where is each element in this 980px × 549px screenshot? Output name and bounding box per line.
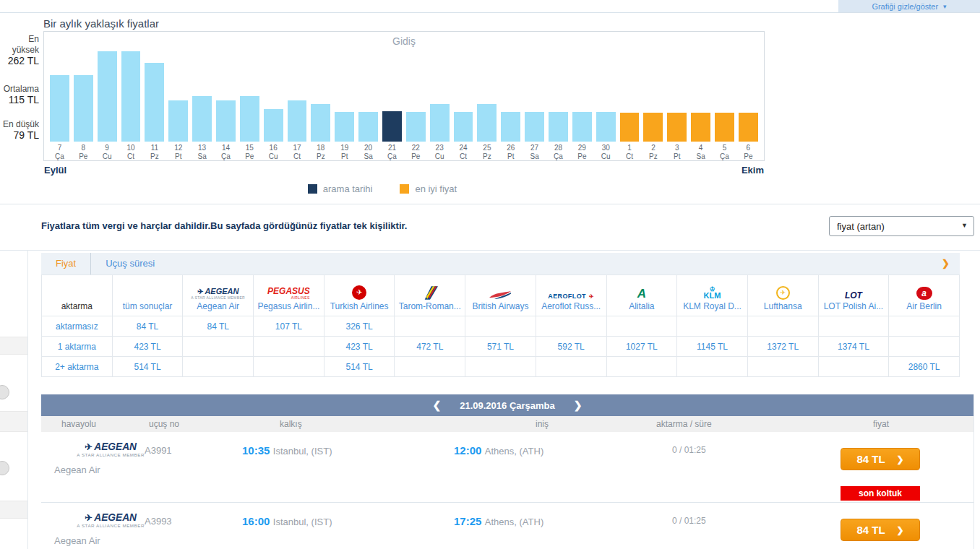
matrix-col-lot[interactable]: LOTLOT Polish Ai...	[818, 275, 889, 316]
matrix-price-cell[interactable]: 571 TL	[465, 337, 536, 357]
chart-bar-slot[interactable]: 15Pe	[240, 32, 259, 160]
matrix-col-lufthansa[interactable]: ✈Lufthansa	[747, 275, 818, 316]
matrix-price-cell[interactable]: 1372 TL	[747, 337, 818, 357]
chart-bar-slot[interactable]: 17Ct	[288, 32, 307, 160]
matrix-price-cell[interactable]: 1027 TL	[606, 337, 677, 357]
matrix-col-pegasus[interactable]: PEGASUSAIRLINESPegasus Airlin...	[254, 275, 324, 316]
matrix-col-all-results[interactable]: tüm sonuçlar	[112, 275, 183, 316]
matrix-price-cell[interactable]: 592 TL	[536, 337, 606, 357]
chart-bar-slot[interactable]: 23Cu	[430, 32, 450, 160]
chart-bar-slot[interactable]: 26Pt	[501, 32, 520, 160]
filter-radio[interactable]	[0, 461, 9, 475]
price-bar-14-Ça[interactable]	[216, 100, 236, 142]
filter-radio[interactable]	[0, 385, 9, 399]
price-button[interactable]: 84 TL❯	[841, 448, 920, 470]
chart-bar-slot[interactable]: 2Pz	[643, 32, 663, 160]
price-bar-3-Pt[interactable]	[667, 113, 687, 142]
price-bar-7-Ça[interactable]	[50, 75, 69, 142]
matrix-col-ba[interactable]: British Airways	[465, 275, 536, 316]
price-bar-8-Pe[interactable]	[74, 75, 93, 142]
matrix-price-cell[interactable]: 84 TL	[112, 316, 183, 337]
matrix-price-cell[interactable]: 472 TL	[395, 337, 465, 357]
price-bar-18-Pz[interactable]	[311, 104, 330, 142]
price-bar-24-Ct[interactable]	[454, 112, 473, 142]
matrix-price-cell[interactable]: 1374 TL	[818, 337, 889, 357]
chart-bar-slot[interactable]: 11Pz	[145, 32, 164, 160]
price-bar-27-Sa[interactable]	[525, 112, 544, 142]
matrix-col-airberlin[interactable]: aAir Berlin	[889, 275, 960, 316]
matrix-col-alitalia[interactable]: AAlitalia	[606, 275, 677, 316]
flight-row[interactable]: ✈AEGEANA STAR ALLIANCE MEMBERAegean AirA…	[41, 503, 973, 549]
matrix-col-aegean[interactable]: ✈AEGEANA STAR ALLIANCE MEMBERAegean Air	[183, 275, 254, 316]
matrix-price-cell[interactable]: 326 TL	[324, 316, 395, 337]
chart-bar-slot[interactable]: 22Pe	[406, 32, 426, 160]
price-bar-26-Pt[interactable]	[501, 112, 520, 142]
price-bar-25-Pz[interactable]	[477, 104, 497, 142]
price-bar-5-Ça[interactable]	[715, 113, 734, 142]
matrix-price-cell[interactable]: 1145 TL	[677, 337, 748, 357]
chart-bar-slot[interactable]: 29Pe	[572, 32, 592, 160]
price-bar-10-Ct[interactable]	[121, 51, 141, 142]
matrix-price-cell[interactable]: 107 TL	[254, 316, 324, 337]
chart-bar-slot[interactable]: 6Pe	[739, 32, 758, 160]
matrix-col-turkish[interactable]: ✈Turkish Airlines	[324, 275, 395, 316]
price-bar-9-Cu[interactable]	[98, 51, 117, 142]
chart-bar-slot[interactable]: 16Cu	[264, 32, 283, 160]
price-bar-28-Ça[interactable]	[549, 112, 568, 142]
price-bar-1-Ct[interactable]	[620, 113, 640, 142]
chart-bar-slot[interactable]: 30Cu	[596, 32, 616, 160]
chart-bar-slot[interactable]: 12Pt	[168, 32, 188, 160]
price-bar-6-Pe[interactable]	[739, 113, 758, 142]
price-bar-22-Pe[interactable]	[406, 112, 426, 142]
price-bar-16-Cu[interactable]	[264, 109, 283, 142]
matrix-scroll-right-icon[interactable]: ❯	[942, 253, 950, 274]
chart-bar-slot[interactable]: 20Sa	[358, 32, 378, 160]
price-bar-12-Pt[interactable]	[168, 100, 188, 142]
flight-row[interactable]: ✈AEGEANA STAR ALLIANCE MEMBERAegean AirA…	[41, 432, 973, 503]
chart-bar-slot[interactable]: 21Ça	[382, 32, 402, 160]
price-bar-23-Cu[interactable]	[430, 104, 450, 142]
chart-bar-slot[interactable]: 10Ct	[121, 32, 141, 160]
next-day-button[interactable]: ❯	[574, 399, 583, 411]
matrix-price-cell[interactable]: 514 TL	[324, 357, 395, 377]
matrix-price-cell[interactable]: 423 TL	[324, 337, 395, 357]
chart-bar-slot[interactable]: 25Pz	[477, 32, 497, 160]
chart-bar-slot[interactable]: 19Pt	[335, 32, 354, 160]
tab-fiyat[interactable]: Fiyat	[41, 253, 90, 274]
matrix-price-cell[interactable]: 84 TL	[183, 316, 254, 337]
chart-bar-slot[interactable]: 4Sa	[691, 32, 710, 160]
chart-bar-slot[interactable]: 14Ça	[216, 32, 236, 160]
price-bar-4-Sa[interactable]	[691, 113, 710, 142]
matrix-price-cell[interactable]: 423 TL	[112, 337, 183, 357]
price-bar-15-Pe[interactable]	[240, 96, 259, 142]
price-bar-11-Pz[interactable]	[145, 63, 164, 142]
chart-bar-slot[interactable]: 7Ça	[50, 32, 69, 160]
tab-ucus-suresi[interactable]: Uçuş süresi	[90, 253, 169, 274]
chart-bar-slot[interactable]: 3Pt	[667, 32, 687, 160]
price-bar-19-Pt[interactable]	[335, 112, 354, 142]
matrix-price-cell[interactable]: 514 TL	[112, 357, 183, 377]
price-bar-21-Ça[interactable]	[382, 111, 402, 142]
matrix-col-tarom[interactable]: Tarom-Roman...	[395, 275, 465, 316]
prev-day-button[interactable]: ❮	[432, 399, 441, 411]
price-bar-29-Pe[interactable]	[572, 112, 592, 142]
price-button[interactable]: 84 TL❯	[841, 519, 920, 541]
price-bar-2-Pz[interactable]	[643, 113, 663, 142]
matrix-price-cell[interactable]: 2860 TL	[889, 357, 960, 377]
matrix-col-klm[interactable]: ♔KLMKLM Royal D...	[677, 275, 748, 316]
matrix-col-aeroflot[interactable]: AEROFLOT✈Aeroflot Russ...	[536, 275, 606, 316]
chart-bar-slot[interactable]: 24Ct	[454, 32, 473, 160]
chart-bar-slot[interactable]: 1Ct	[620, 32, 640, 160]
graph-toggle-link[interactable]: Grafiği gizle/göster ▾	[838, 0, 980, 12]
chart-bar-slot[interactable]: 9Cu	[98, 32, 117, 160]
chart-bar-slot[interactable]: 18Pz	[311, 32, 330, 160]
chart-bar-slot[interactable]: 27Sa	[525, 32, 544, 160]
chart-bar-slot[interactable]: 5Ça	[715, 32, 734, 160]
price-bar-17-Ct[interactable]	[288, 100, 307, 142]
chart-bar-slot[interactable]: 28Ça	[549, 32, 568, 160]
sort-select[interactable]: fiyat (artan)	[829, 216, 974, 236]
price-bar-30-Cu[interactable]	[596, 112, 616, 142]
chart-bar-slot[interactable]: 13Sa	[192, 32, 212, 160]
chart-bar-slot[interactable]: 8Pe	[74, 32, 93, 160]
price-bar-13-Sa[interactable]	[192, 96, 212, 142]
